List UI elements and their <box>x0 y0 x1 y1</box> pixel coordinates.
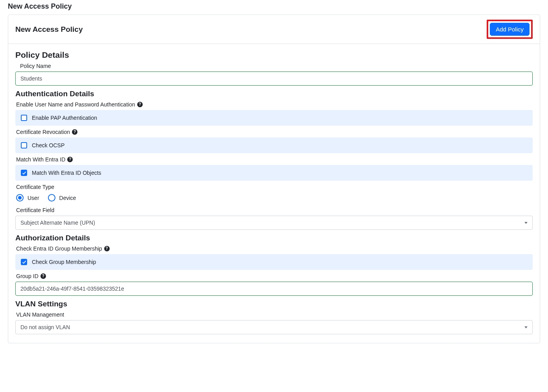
cert-field-label: Certificate Field <box>16 207 533 213</box>
radio-label: User <box>28 195 39 201</box>
radio-icon <box>48 194 55 201</box>
checkbox-label: Match With Entra ID Objects <box>32 170 101 176</box>
checkbox-icon <box>21 142 27 148</box>
vlan-settings-heading: VLAN Settings <box>15 300 533 308</box>
cert-revocation-label: Certificate Revocation ? <box>16 129 533 135</box>
authorization-heading: Authorization Details <box>15 234 533 242</box>
radio-icon <box>16 194 24 201</box>
help-icon[interactable]: ? <box>67 157 73 162</box>
group-id-input[interactable] <box>15 282 533 296</box>
radio-label: Device <box>59 195 76 201</box>
match-entra-label: Match With Entra ID ? <box>16 156 533 163</box>
help-icon[interactable]: ? <box>137 102 143 107</box>
check-entra-group-label: Check Entra ID Group Membership ? <box>16 245 533 252</box>
add-policy-button[interactable]: Add Policy <box>490 23 530 36</box>
help-icon[interactable]: ? <box>104 246 110 251</box>
match-entra-checkbox-row[interactable]: Match With Entra ID Objects <box>15 165 533 181</box>
chevron-down-icon <box>524 222 528 224</box>
auth-details-heading: Authentication Details <box>15 90 533 98</box>
help-icon[interactable]: ? <box>40 273 46 279</box>
policy-name-input[interactable] <box>15 71 533 86</box>
cert-type-radio-group: User Device <box>16 194 532 201</box>
check-ocsp-checkbox-row[interactable]: Check OCSP <box>15 137 533 153</box>
enable-pap-checkbox-row[interactable]: Enable PAP Authentication <box>15 110 533 126</box>
policy-details-heading: Policy Details <box>15 50 533 60</box>
check-group-membership-row[interactable]: Check Group Membership <box>15 254 533 270</box>
policy-panel: New Access Policy Add Policy Policy Deta… <box>8 15 540 343</box>
page-title: New Access Policy <box>8 2 540 11</box>
cert-field-select[interactable]: Subject Alternate Name (UPN) <box>15 216 533 230</box>
panel-title: New Access Policy <box>15 25 83 34</box>
select-value: Subject Alternate Name (UPN) <box>20 220 95 226</box>
checkbox-label: Enable PAP Authentication <box>32 115 97 121</box>
chevron-down-icon <box>524 326 528 328</box>
radio-device[interactable]: Device <box>48 194 76 201</box>
vlan-mgmt-select[interactable]: Do not assign VLAN <box>15 320 533 334</box>
group-id-label: Group ID ? <box>16 273 533 279</box>
add-policy-highlight-box: Add Policy <box>487 20 533 39</box>
cert-type-label: Certificate Type <box>16 184 533 190</box>
help-icon[interactable]: ? <box>72 129 77 135</box>
checkbox-label: Check OCSP <box>32 142 64 148</box>
checkbox-icon <box>21 259 27 265</box>
checkbox-icon <box>21 170 27 176</box>
checkbox-icon <box>21 115 27 121</box>
enable-pap-auth-label: Enable User Name and Password Authentica… <box>16 101 533 108</box>
radio-user[interactable]: User <box>16 194 39 201</box>
checkbox-label: Check Group Membership <box>32 259 96 265</box>
select-value: Do not assign VLAN <box>20 324 70 330</box>
panel-body: Policy Details Policy Name Authenticatio… <box>8 44 540 343</box>
vlan-mgmt-label: VLAN Management <box>16 311 533 318</box>
panel-header: New Access Policy Add Policy <box>8 15 540 44</box>
policy-name-label: Policy Name <box>16 63 533 69</box>
